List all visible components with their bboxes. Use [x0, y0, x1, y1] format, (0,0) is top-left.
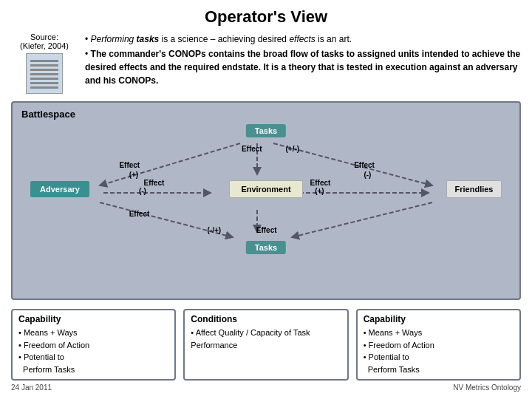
- friendlies-box: Friendlies: [446, 180, 502, 198]
- document-icon: [26, 53, 63, 94]
- right-cap-item-2: • Freedom of Action: [364, 339, 514, 352]
- right-capability-title: Capability: [364, 314, 514, 324]
- left-cap-item-1: • Means + Ways: [18, 327, 168, 339]
- effect-upper-right-sign: (-): [364, 171, 371, 179]
- left-cap-item-2: • Freedom of Action: [18, 339, 168, 352]
- right-capability-box: Capability • Means + Ways • Freedom of A…: [356, 309, 521, 381]
- conditions-box: Conditions • Affect Quality / Capacity o…: [183, 309, 348, 381]
- effect-bottom-center: Effect: [256, 226, 277, 234]
- effect-env-fri: Effect: [310, 179, 331, 187]
- effect-mid-right: (+): [315, 187, 324, 195]
- tasks-bottom: Tasks: [246, 241, 286, 254]
- footer-brand: NV Metrics Ontology: [453, 383, 521, 392]
- effect-top-center: Effect: [242, 145, 262, 153]
- footer: 24 Jan 2011 NV Metrics Ontology: [11, 383, 521, 392]
- environment-box: Environment: [229, 180, 303, 198]
- right-cap-item-1: • Means + Ways: [364, 327, 514, 339]
- svg-line-5: [292, 202, 432, 237]
- right-cap-item-3: • Potential to Perform Tasks: [364, 351, 514, 375]
- bottom-section: Capability • Means + Ways • Freedom of A…: [11, 309, 521, 381]
- source-box: Source:(Kiefer, 2004): [11, 33, 78, 94]
- left-cap-item-3: • Potential to Perform Tasks: [18, 351, 168, 375]
- source-label: Source:(Kiefer, 2004): [20, 33, 69, 50]
- conditions-title: Conditions: [191, 314, 341, 324]
- effect-upper-left-sign: (+): [129, 171, 139, 179]
- effect-upper-right: Effect: [354, 161, 375, 169]
- effect-mid-left: (-): [139, 187, 146, 195]
- battlespace-container: Battlespace: [11, 101, 521, 300]
- effect-adv-env: Effect: [144, 179, 165, 187]
- battlespace-label: Battlespace: [21, 109, 511, 120]
- adversary-box: Adversary: [30, 181, 89, 197]
- effect-top-right: (+/-): [285, 145, 299, 153]
- page: Operator's View Source:(Kiefer, 2004) • …: [0, 0, 532, 399]
- diagram: Tasks Effect (+/-) Effect (+) Effect (-)…: [21, 123, 511, 256]
- page-title: Operator's View: [11, 7, 521, 27]
- conditions-item-1: • Affect Quality / Capacity of Task Perf…: [191, 327, 341, 351]
- bullet-1: • Performing tasks is a science – achiev…: [85, 33, 521, 46]
- effect-upper-left: Effect: [119, 161, 140, 169]
- bullet-2: • The commander's CONOPs contains the br…: [85, 47, 521, 87]
- tasks-top: Tasks: [246, 124, 286, 137]
- bullet-text-container: • Performing tasks is a science – achiev…: [85, 33, 521, 89]
- effect-bottom-center-sign: (-/+): [208, 226, 222, 234]
- top-section: Source:(Kiefer, 2004) • Performing tasks…: [11, 33, 521, 94]
- left-capability-title: Capability: [18, 314, 168, 324]
- effect-lower-left: Effect: [129, 210, 150, 218]
- footer-date: 24 Jan 2011: [11, 383, 52, 392]
- left-capability-box: Capability • Means + Ways • Freedom of A…: [11, 309, 176, 381]
